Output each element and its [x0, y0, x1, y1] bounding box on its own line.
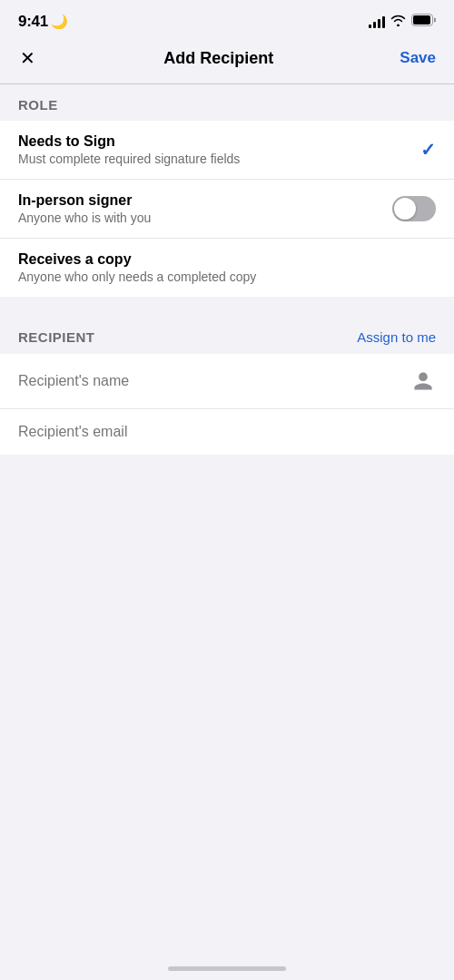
status-time: 9:41🌙: [18, 13, 68, 31]
option-content: Receives a copy Anyone who only needs a …: [18, 251, 436, 284]
page-title: Add Recipient: [163, 49, 273, 68]
role-options-list: Needs to Sign Must complete required sig…: [0, 121, 454, 297]
option-receives-copy[interactable]: Receives a copy Anyone who only needs a …: [0, 239, 454, 297]
option-title: In-person signer: [18, 192, 392, 209]
option-subtitle: Anyone who only needs a completed copy: [18, 270, 436, 284]
recipient-name-input[interactable]: [18, 373, 410, 389]
recipient-section: Recipient Assign to me: [0, 317, 454, 455]
assign-to-me-button[interactable]: Assign to me: [357, 329, 436, 345]
option-title: Receives a copy: [18, 251, 436, 268]
nav-bar: ✕ Add Recipient Save: [0, 36, 454, 83]
recipient-email-input[interactable]: [18, 424, 436, 440]
status-bar: 9:41🌙: [0, 0, 454, 36]
wifi-icon: [390, 14, 406, 30]
moon-icon: 🌙: [51, 14, 68, 29]
close-button[interactable]: ✕: [18, 45, 37, 71]
option-subtitle: Anyone who is with you: [18, 211, 392, 225]
recipient-header: Recipient Assign to me: [0, 317, 454, 354]
option-content: In-person signer Anyone who is with you: [18, 192, 392, 225]
status-icons: [369, 14, 436, 30]
option-in-person-signer[interactable]: In-person signer Anyone who is with you: [0, 180, 454, 239]
recipient-input-fields: [0, 354, 454, 455]
option-content: Needs to Sign Must complete required sig…: [18, 133, 420, 166]
recipient-label: Recipient: [18, 329, 95, 345]
recipient-name-row: [0, 354, 454, 409]
option-needs-to-sign[interactable]: Needs to Sign Must complete required sig…: [0, 121, 454, 180]
save-button[interactable]: Save: [400, 49, 436, 67]
home-indicator: [168, 966, 286, 971]
recipient-email-row: [0, 409, 454, 455]
battery-icon: [411, 14, 436, 30]
in-person-toggle[interactable]: [392, 196, 436, 221]
option-subtitle: Must complete required signature fields: [18, 152, 420, 166]
option-title: Needs to Sign: [18, 133, 420, 150]
svg-rect-1: [413, 15, 430, 24]
signal-icon: [369, 15, 385, 28]
contact-picker-icon[interactable]: [410, 368, 436, 394]
checkmark-icon: ✓: [420, 139, 436, 161]
role-label: Role: [18, 97, 58, 113]
role-section-header: Role: [0, 84, 454, 121]
